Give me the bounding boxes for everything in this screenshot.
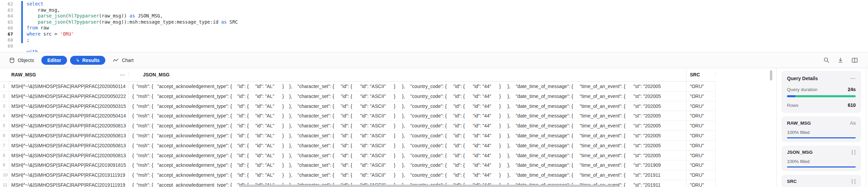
- cell-raw-msg[interactable]: MSH|^~\&|SIMHOSP|SFAC|RAPP|RFAC|20190918…: [9, 160, 129, 170]
- cell-json-msg[interactable]: { "msh": { "accept_acknowledgement_type"…: [129, 141, 686, 150]
- cell-json-msg[interactable]: { "msh": { "accept_acknowledgement_type"…: [129, 101, 686, 111]
- tab-objects[interactable]: Objects: [9, 58, 34, 63]
- cell-json-msg[interactable]: { "msh": { "accept_acknowledgement_type"…: [129, 91, 686, 101]
- cell-json-msg[interactable]: { "msh": { "accept_acknowledgement_type"…: [129, 111, 686, 121]
- download-results-button[interactable]: [838, 57, 843, 63]
- panel-menu-icon[interactable]: ⋯: [850, 75, 856, 82]
- column-menu-icon[interactable]: ⋯: [120, 72, 125, 77]
- filled-percentage: 100% filled: [787, 130, 856, 135]
- code-line: 66from raw: [0, 25, 868, 31]
- duration-bar-green: [795, 95, 856, 97]
- cell-raw-msg[interactable]: MSH|^~\&|SIMHOSP|SFAC|RAPP|RFAC|20200502…: [9, 91, 129, 101]
- vertical-scrollbar-thumb[interactable]: [770, 70, 772, 80]
- tab-results[interactable]: ↳ Results: [70, 56, 105, 65]
- code-text: raw_msg,: [13, 7, 60, 13]
- tab-editor[interactable]: Editor: [41, 56, 67, 65]
- row-number[interactable]: 1: [0, 82, 9, 91]
- chart-line-icon: [113, 58, 119, 63]
- search-icon: [824, 57, 829, 63]
- table-row[interactable]: 7MSH|^~\&|SIMHOSP|SFAC|RAPP|RFAC|2020050…: [0, 141, 716, 151]
- cell-src[interactable]: "ORU": [686, 121, 716, 130]
- row-number[interactable]: 7: [0, 141, 9, 150]
- cell-src[interactable]: "ORU": [686, 91, 716, 101]
- cell-raw-msg[interactable]: MSH|^~\&|SIMHOSP|SFAC|RAPP|RFAC|20200504…: [9, 111, 129, 121]
- row-number[interactable]: 9: [0, 160, 9, 170]
- line-number: 68: [0, 37, 13, 43]
- cell-raw-msg[interactable]: MSH|^~\&|SIMHOSP|SFAC|RAPP|RFAC|20200508…: [9, 131, 129, 140]
- search-button[interactable]: [824, 57, 829, 63]
- cell-src[interactable]: "ORU": [686, 180, 716, 187]
- filled-bar: [787, 166, 856, 167]
- statement-selection-bar: [21, 1, 23, 43]
- cell-src[interactable]: "ORU": [686, 160, 716, 170]
- tab-chart[interactable]: Chart: [113, 58, 133, 63]
- row-number[interactable]: 10: [0, 170, 9, 180]
- cell-raw-msg[interactable]: MSH|^~\&|SIMHOSP|SFAC|RAPP|RFAC|20200503…: [9, 101, 129, 111]
- cell-json-msg[interactable]: { "msh": { "accept_acknowledgement_type"…: [129, 160, 686, 170]
- cell-raw-msg[interactable]: MSH|^~\&|SIMHOSP|SFAC|RAPP|RFAC|20191119…: [9, 180, 129, 187]
- split-panel-button[interactable]: [852, 58, 858, 63]
- column-stat-name: JSON_MSG: [787, 150, 813, 155]
- results-toolbar: Objects Editor ↳ Results Chart: [0, 52, 868, 68]
- table-row[interactable]: 5MSH|^~\&|SIMHOSP|SFAC|RAPP|RFAC|2020050…: [0, 121, 716, 131]
- code-lines: 62select63 raw_msg,64 parse_json(hl7pypa…: [0, 0, 868, 52]
- cell-json-msg[interactable]: { "msh": { "accept_acknowledgement_type"…: [129, 151, 686, 160]
- line-number: 65: [0, 19, 13, 25]
- database-icon: [9, 58, 15, 63]
- row-number[interactable]: 3: [0, 101, 9, 111]
- cell-raw-msg[interactable]: MSH|^~\&|SIMHOSP|SFAC|RAPP|RFAC|20191119…: [9, 170, 129, 180]
- table-row[interactable]: 6MSH|^~\&|SIMHOSP|SFAC|RAPP|RFAC|2020050…: [0, 131, 716, 141]
- column-type-icon: { [: [852, 178, 856, 184]
- cell-src[interactable]: "ORU": [686, 82, 716, 91]
- cell-raw-msg[interactable]: MSH|^~\&|SIMHOSP|SFAC|RAPP|RFAC|20200501…: [9, 82, 129, 91]
- table-row[interactable]: 10MSH|^~\&|SIMHOSP|SFAC|RAPP|RFAC|201911…: [0, 170, 716, 180]
- column-header-raw-msg[interactable]: RAW_MSG ⋯: [9, 72, 129, 77]
- cell-src[interactable]: "ORU": [686, 111, 716, 121]
- code-line: 62select: [0, 1, 868, 7]
- code-line: 65 parse_json(hl7pyparser(raw_msg)):msh:…: [0, 19, 868, 25]
- table-row[interactable]: 2MSH|^~\&|SIMHOSP|SFAC|RAPP|RFAC|2020050…: [0, 91, 716, 101]
- cell-raw-msg[interactable]: MSH|^~\&|SIMHOSP|SFAC|RAPP|RFAC|20200508…: [9, 151, 129, 160]
- cell-src[interactable]: "ORU": [686, 170, 716, 180]
- cell-src[interactable]: "ORU": [686, 141, 716, 150]
- cell-json-msg[interactable]: { "msh": { "accept_acknowledgement_type"…: [129, 82, 686, 91]
- cell-json-msg[interactable]: { "msh": { "accept_acknowledgement_type"…: [129, 121, 686, 130]
- code-line: 63 raw_msg,: [0, 7, 868, 13]
- cell-src[interactable]: "ORU": [686, 101, 716, 111]
- column-header-json-msg[interactable]: JSON_MSG: [129, 68, 686, 83]
- row-number[interactable]: 6: [0, 131, 9, 140]
- snowsight-worksheet: 62select63 raw_msg,64 parse_json(hl7pypa…: [0, 0, 868, 187]
- row-number[interactable]: 5: [0, 121, 9, 130]
- column-header-src[interactable]: SRC: [686, 72, 716, 77]
- code-line: 67where src = 'ORU': [0, 31, 868, 37]
- table-row[interactable]: 8MSH|^~\&|SIMHOSP|SFAC|RAPP|RFAC|2020050…: [0, 151, 716, 161]
- code-text: parse_json(hl7pyparser(raw_msg)) as JSON…: [13, 13, 163, 19]
- cell-json-msg[interactable]: { "msh": { "accept_acknowledgement_type"…: [129, 170, 686, 180]
- row-number[interactable]: 2: [0, 91, 9, 101]
- cell-json-msg[interactable]: { "msh": { "accept_acknowledgement_type"…: [129, 131, 686, 140]
- row-number[interactable]: 8: [0, 151, 9, 160]
- code-line: 64 parse_json(hl7pyparser(raw_msg)) as J…: [0, 13, 868, 19]
- cell-src[interactable]: "ORU": [686, 131, 716, 140]
- table-row[interactable]: 3MSH|^~\&|SIMHOSP|SFAC|RAPP|RFAC|2020050…: [0, 101, 716, 111]
- column-stat-name: RAW_MSG: [787, 121, 811, 126]
- row-number[interactable]: 4: [0, 111, 9, 121]
- column-stat-cards: RAW_MSGAa100% filledJSON_MSG{ [100% fill…: [782, 116, 861, 187]
- panel-scrollbar-track[interactable]: [866, 68, 866, 187]
- cell-raw-msg[interactable]: MSH|^~\&|SIMHOSP|SFAC|RAPP|RFAC|20200508…: [9, 141, 129, 150]
- table-header-row: RAW_MSG ⋯ JSON_MSG SRC: [0, 68, 716, 82]
- table-row[interactable]: 9MSH|^~\&|SIMHOSP|SFAC|RAPP|RFAC|2019091…: [0, 160, 716, 170]
- row-number[interactable]: 11: [0, 180, 9, 187]
- cell-raw-msg[interactable]: MSH|^~\&|SIMHOSP|SFAC|RAPP|RFAC|20200508…: [9, 121, 129, 130]
- horizontal-scrollbar-thumb[interactable]: [239, 185, 614, 187]
- cell-src[interactable]: "ORU": [686, 151, 716, 160]
- code-line: 69: [0, 43, 868, 49]
- column-stat-card[interactable]: SRC{ [: [782, 175, 861, 187]
- column-stat-card[interactable]: JSON_MSG{ [100% filled: [782, 146, 861, 171]
- column-stat-card[interactable]: RAW_MSGAa100% filled: [782, 116, 861, 142]
- table-row[interactable]: 4MSH|^~\&|SIMHOSP|SFAC|RAPP|RFAC|2020050…: [0, 111, 716, 121]
- sql-editor[interactable]: 62select63 raw_msg,64 parse_json(hl7pypa…: [0, 0, 868, 52]
- table-body: 1MSH|^~\&|SIMHOSP|SFAC|RAPP|RFAC|2020050…: [0, 82, 776, 187]
- table-row[interactable]: 1MSH|^~\&|SIMHOSP|SFAC|RAPP|RFAC|2020050…: [0, 82, 716, 91]
- line-number: 67: [0, 31, 13, 37]
